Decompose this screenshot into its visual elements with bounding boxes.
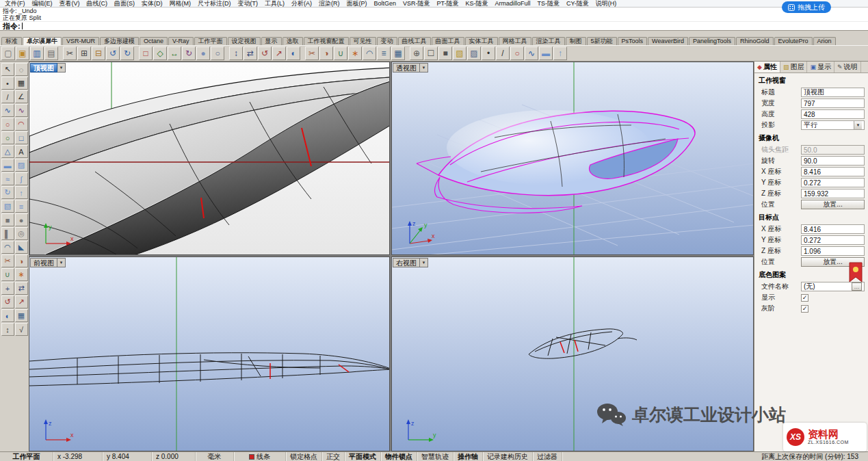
join-icon[interactable]: ∪ (334, 47, 347, 60)
menu-item[interactable]: ArmadilloFull (492, 0, 534, 8)
panel-tab-properties[interactable]: ◆ 属性 (754, 62, 780, 73)
box-tool-icon[interactable]: ■ (1, 213, 14, 226)
property-value[interactable]: 797 ✓ ▼ … (801, 98, 865, 108)
fillet-edge-icon[interactable]: ◠ (1, 241, 14, 254)
polyline-tool-icon[interactable]: ∠ (15, 90, 28, 103)
print-icon[interactable]: ▤ (44, 47, 58, 60)
plane-tool-icon[interactable]: ▬ (1, 159, 14, 172)
chamfer-tool-icon[interactable]: ◣ (15, 241, 28, 254)
ellipse-tool-icon[interactable]: ○ (1, 131, 14, 144)
toolbar-tab[interactable]: 多边形建模 (100, 37, 139, 45)
menu-item[interactable]: 文件(F) (1, 0, 29, 8)
extrude-icon[interactable]: ↑ (553, 47, 567, 60)
chevron-down-icon[interactable]: ▼ (57, 258, 66, 267)
property-value[interactable]: 8.416 ✓ ▼ … (801, 167, 865, 176)
perspective-view-canvas[interactable] (392, 62, 754, 255)
sphere-tool-icon[interactable]: ● (15, 213, 28, 226)
patch-tool-icon[interactable]: ▧ (1, 200, 14, 213)
trim-tool-icon[interactable]: ✂ (1, 254, 14, 267)
menu-item[interactable]: 分析(A) (288, 0, 315, 8)
move-tool-icon[interactable]: + (1, 282, 14, 295)
menu-item[interactable]: KS-随意 (462, 0, 492, 8)
menu-item[interactable]: 渲染(R) (315, 0, 343, 8)
property-value[interactable]: (无) ✓ ▼ … (801, 282, 865, 291)
split-tool-icon[interactable]: ◑ (15, 254, 28, 267)
toolbar-separator[interactable] (225, 47, 228, 60)
menu-item[interactable]: 网格(M) (166, 0, 195, 8)
toggle-record-history[interactable]: 记录建构历史 (483, 452, 533, 461)
toolbar-tab[interactable]: 变动 (377, 37, 397, 45)
explode-tool-icon[interactable]: ∗ (15, 268, 28, 281)
save-file-icon[interactable]: ▥ (30, 47, 44, 60)
hide-object-icon[interactable]: ☐ (424, 47, 438, 60)
sweep-tool-icon[interactable]: ∫ (15, 172, 28, 185)
polygon-tool-icon[interactable]: △ (1, 145, 14, 158)
toolbar-tab[interactable]: 制图 (566, 37, 586, 45)
paste-icon[interactable]: ⊟ (92, 47, 105, 60)
redo-icon[interactable]: ↻ (120, 47, 134, 60)
surface-icon[interactable]: ▬ (539, 47, 553, 60)
toggle-grid-snap[interactable]: 锁定格点 (286, 452, 322, 461)
mirror-tool-icon[interactable]: ◐ (1, 309, 14, 322)
revolve-tool-icon[interactable]: ↻ (1, 186, 14, 199)
menu-item[interactable]: 工具(L) (261, 0, 288, 8)
upload-button[interactable]: 拖拽上传 (782, 1, 831, 13)
rotate-icon[interactable]: ↺ (258, 47, 272, 60)
menu-item[interactable]: 变动(T) (235, 0, 262, 8)
toggle-filter[interactable]: 过滤器 (533, 452, 562, 461)
array-tool-icon[interactable]: ▦ (15, 309, 28, 322)
toolbar-separator[interactable] (301, 47, 304, 60)
shaded-view-icon[interactable]: ● (196, 47, 210, 60)
menu-item[interactable]: 尺寸标注(D) (194, 0, 235, 8)
menu-item[interactable]: CY-随意 (563, 0, 592, 8)
point-tool-icon[interactable]: • (1, 77, 14, 90)
toolbar-tab[interactable]: WeaverBird (648, 37, 688, 45)
units-label[interactable]: 毫米 (196, 452, 234, 461)
toggle-ortho[interactable]: 正交 (322, 452, 345, 461)
toolbar-tab[interactable]: Arion (813, 37, 836, 45)
property-value[interactable]: 0.272 ✓ ▼ … (801, 178, 865, 187)
property-value[interactable]: 平行 ✓ ▼ … (801, 120, 865, 130)
trim-icon[interactable]: ✂ (305, 47, 319, 60)
menu-item[interactable]: 曲线(C) (83, 0, 111, 8)
toolbar-tab[interactable]: Octane (140, 37, 168, 45)
wireframe-view-icon[interactable]: ○ (211, 47, 224, 60)
toolbar-tab[interactable]: VSR-MUR (62, 37, 99, 45)
menu-item[interactable]: PT-随意 (434, 0, 462, 8)
toolbar-tab[interactable]: 实体工具 (465, 37, 498, 45)
toolbar-tab[interactable]: 工作平面 (194, 37, 227, 45)
toolbar-tab[interactable]: PsTools (618, 37, 648, 45)
toolbar-tab[interactable]: 设定视图 (228, 37, 261, 45)
circle-icon[interactable]: ○ (510, 47, 524, 60)
toolbar-tab[interactable]: 工作视窗配置 (304, 37, 349, 45)
offset-icon[interactable]: ≡ (377, 47, 391, 60)
menu-item[interactable]: VSR-随意 (399, 0, 434, 8)
menu-item[interactable]: 说明(H) (592, 0, 620, 8)
toggle-planar-mode[interactable]: 平面模式 (345, 452, 381, 461)
curve-icon[interactable]: ∿ (525, 47, 538, 60)
toolbar-tab[interactable]: PanelingTools (689, 37, 735, 45)
toolbar-tab[interactable]: EvolutePro (774, 37, 813, 45)
toolbar-tab[interactable]: V-Ray (168, 37, 194, 45)
arc-tool-icon[interactable]: ◠ (15, 118, 28, 131)
toolbar-tab[interactable]: 渲染工具 (532, 37, 565, 45)
move-icon[interactable]: ↕ (229, 47, 243, 60)
undo-icon[interactable]: ↺ (106, 47, 120, 60)
rotate-view-icon[interactable]: ↻ (182, 47, 196, 60)
points-grid-icon[interactable]: ▦ (15, 77, 28, 90)
text-tool-icon[interactable]: A (15, 145, 28, 158)
toolbar-tab[interactable]: 可见性 (350, 37, 376, 45)
join-tool-icon[interactable]: ∪ (1, 268, 14, 281)
viewport-title-front[interactable]: 前视图 ▼ (30, 258, 66, 267)
scale-icon[interactable]: ↗ (272, 47, 286, 60)
cylinder-tool-icon[interactable]: ▌ (1, 227, 14, 240)
toolbar-tab[interactable]: 显示 (261, 37, 282, 45)
circle-tool-icon[interactable]: ○ (1, 118, 14, 131)
fillet-icon[interactable]: ◠ (363, 47, 376, 60)
analyze-tool-icon[interactable]: √ (15, 323, 28, 336)
chevron-down-icon[interactable]: ▼ (57, 63, 66, 73)
menu-item[interactable]: 面板(P) (343, 0, 371, 8)
property-value[interactable]: 90.0 ✓ ▼ … (801, 156, 865, 166)
zoom-window-icon[interactable]: □ (139, 47, 153, 60)
pan-view-icon[interactable]: ↔ (168, 47, 181, 60)
